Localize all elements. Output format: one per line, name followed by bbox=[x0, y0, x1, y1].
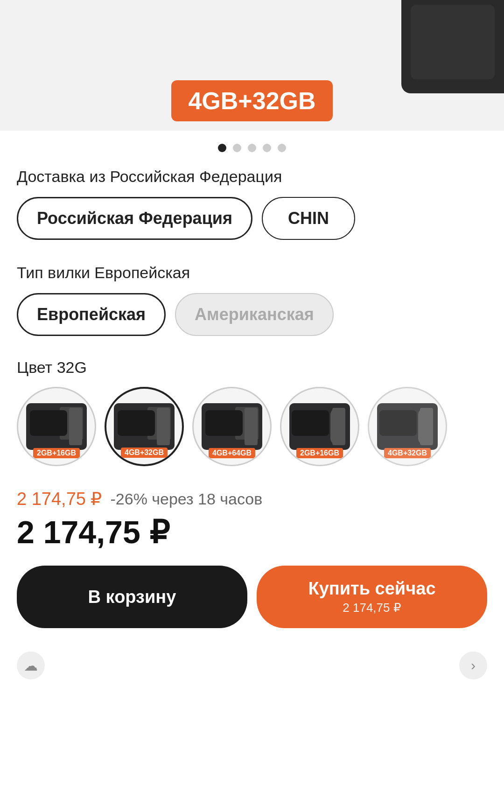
swatch-inner-5 bbox=[377, 403, 438, 450]
fork-option-us[interactable]: Американская bbox=[175, 293, 334, 336]
price-original-row: 2 174,75 ₽ -26% через 18 часов bbox=[17, 489, 487, 509]
buy-now-button[interactable]: Купить сейчас 2 174,75 ₽ bbox=[257, 566, 487, 628]
color-swatch-3[interactable]: 4GB+64GB bbox=[192, 387, 272, 466]
delivery-option-chin[interactable]: CHIN bbox=[262, 197, 355, 240]
image-dots-indicator bbox=[0, 131, 504, 166]
swatch-badge-5: 4GB+32GB bbox=[384, 448, 431, 458]
buy-now-label: Купить сейчас bbox=[308, 579, 435, 599]
color-section: Цвет 32G 2GB+16GB 4GB+32GB bbox=[17, 358, 487, 466]
bottom-left-icon[interactable]: ☁ bbox=[17, 651, 45, 679]
color-swatch-2[interactable]: 4GB+32GB bbox=[105, 387, 184, 466]
dot-2[interactable] bbox=[233, 144, 241, 152]
buy-now-price: 2 174,75 ₽ bbox=[343, 601, 401, 615]
delivery-section: Доставка из Российская Федерация Российс… bbox=[17, 166, 487, 240]
swatch-badge-4: 2GB+16GB bbox=[296, 448, 343, 458]
delivery-options: Российская Федерация CHIN bbox=[17, 197, 487, 240]
dot-5[interactable] bbox=[278, 144, 286, 152]
product-badge: 4GB+32GB bbox=[171, 80, 332, 121]
swatch-inner-4 bbox=[289, 403, 350, 450]
color-swatch-1[interactable]: 2GB+16GB bbox=[17, 387, 96, 466]
dot-1[interactable] bbox=[218, 144, 226, 152]
swatch-badge-3: 4GB+64GB bbox=[209, 448, 255, 458]
fork-type-label: Тип вилки Европейская bbox=[17, 262, 487, 283]
bottom-right-icon[interactable]: › bbox=[459, 651, 487, 679]
delivery-option-ru[interactable]: Российская Федерация bbox=[17, 197, 252, 240]
swatch-inner-1 bbox=[26, 403, 87, 450]
add-to-cart-button[interactable]: В корзину bbox=[17, 566, 247, 628]
price-discount-label: -26% через 18 часов bbox=[110, 490, 262, 508]
price-original: 2 174,75 ₽ bbox=[17, 489, 102, 509]
fork-type-section: Тип вилки Европейская Европейская Америк… bbox=[17, 262, 487, 336]
color-swatches-row: 2GB+16GB 4GB+32GB 4GB+64GB bbox=[17, 387, 487, 466]
color-swatch-4[interactable]: 2GB+16GB bbox=[280, 387, 359, 466]
swatch-badge-1: 2GB+16GB bbox=[33, 448, 80, 458]
color-label: Цвет 32G bbox=[17, 358, 487, 377]
pricing-section: 2 174,75 ₽ -26% через 18 часов 2 174,75 … bbox=[17, 489, 487, 551]
product-image-area: 4GB+32GB bbox=[0, 0, 504, 131]
swatch-inner-3 bbox=[202, 403, 262, 450]
actions-row: В корзину Купить сейчас 2 174,75 ₽ bbox=[17, 566, 487, 628]
delivery-label: Доставка из Российская Федерация bbox=[17, 166, 487, 187]
fork-type-options: Европейская Американская bbox=[17, 293, 487, 336]
swatch-inner-2 bbox=[114, 403, 175, 450]
device-image bbox=[401, 0, 504, 93]
dot-4[interactable] bbox=[263, 144, 271, 152]
bottom-hint: ☁ › bbox=[17, 647, 487, 679]
fork-option-eu[interactable]: Европейская bbox=[17, 293, 166, 336]
color-swatch-5[interactable]: 4GB+32GB bbox=[368, 387, 447, 466]
price-current: 2 174,75 ₽ bbox=[17, 514, 487, 551]
dot-3[interactable] bbox=[248, 144, 256, 152]
swatch-badge-2: 4GB+32GB bbox=[121, 448, 168, 458]
